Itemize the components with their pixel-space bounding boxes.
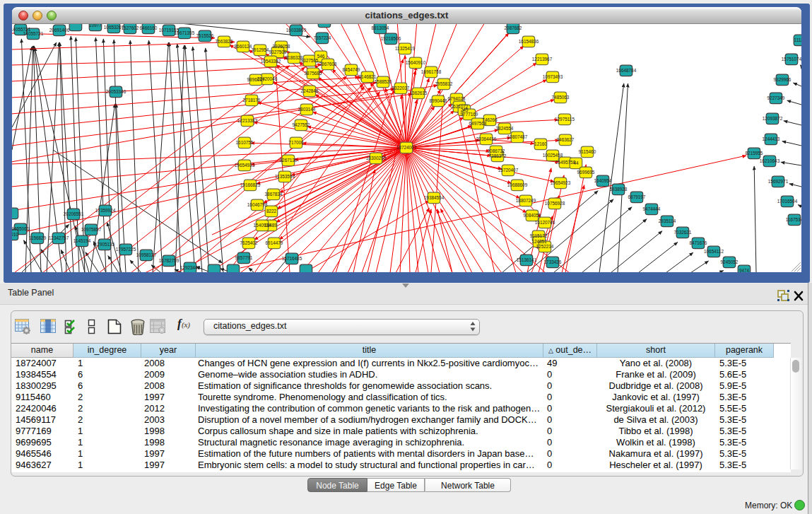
svg-text:2086732: 2086732 <box>488 148 505 153</box>
svg-text:17359924: 17359924 <box>95 208 116 213</box>
svg-text:1145194: 1145194 <box>73 238 91 243</box>
svg-text:9227349: 9227349 <box>767 95 785 100</box>
svg-text:7032621: 7032621 <box>674 230 692 235</box>
svg-text:10025458: 10025458 <box>543 153 563 158</box>
svg-text:1252214: 1252214 <box>536 244 554 249</box>
svg-text:14055721: 14055721 <box>23 31 44 36</box>
svg-text:9115172: 9115172 <box>530 233 548 238</box>
svg-text:20691406: 20691406 <box>49 28 70 33</box>
svg-text:1540934: 1540934 <box>254 223 271 228</box>
svg-text:1156829: 1156829 <box>29 235 47 240</box>
svg-text:9857791: 9857791 <box>235 255 253 260</box>
svg-text:1362615: 1362615 <box>410 90 428 95</box>
svg-text:9474: 9474 <box>739 268 750 272</box>
svg-text:15751074: 15751074 <box>782 57 801 62</box>
svg-text:7515526: 7515526 <box>196 33 214 38</box>
svg-text:6497568: 6497568 <box>469 121 487 126</box>
svg-text:16961758: 16961758 <box>421 69 442 74</box>
svg-text:19654923: 19654923 <box>551 180 571 185</box>
svg-text:2087682: 2087682 <box>505 25 522 30</box>
svg-text:9463627: 9463627 <box>557 137 575 142</box>
svg-text:16046798: 16046798 <box>247 202 268 207</box>
svg-text:16210643: 16210643 <box>760 158 780 163</box>
svg-text:2718176: 2718176 <box>243 98 261 103</box>
svg-text:9146821: 9146821 <box>359 74 377 79</box>
svg-text:16154836: 16154836 <box>519 39 539 44</box>
svg-text:12342757: 12342757 <box>49 235 69 240</box>
svg-text:2242848: 2242848 <box>301 88 319 93</box>
svg-text:19166825: 19166825 <box>240 182 261 187</box>
svg-text:12213383: 12213383 <box>237 118 258 123</box>
svg-text:7386372: 7386372 <box>489 153 507 158</box>
svg-text:15495758: 15495758 <box>555 160 576 165</box>
svg-text:15720407: 15720407 <box>498 168 519 173</box>
svg-text:6914479: 6914479 <box>266 240 283 245</box>
svg-text:7357224: 7357224 <box>314 35 331 40</box>
svg-text:8454749: 8454749 <box>343 67 360 72</box>
svg-text:12923448: 12923448 <box>180 265 201 270</box>
svg-text:12093872: 12093872 <box>763 116 783 121</box>
svg-text:8660124: 8660124 <box>235 44 252 49</box>
svg-text:10973493: 10973493 <box>543 74 563 79</box>
svg-text:9474444: 9474444 <box>643 206 661 211</box>
svg-text:3912954: 3912954 <box>252 47 269 52</box>
svg-text:11124: 11124 <box>794 37 801 42</box>
svg-text:8322037: 8322037 <box>392 86 410 90</box>
svg-text:10958137: 10958137 <box>136 252 157 257</box>
svg-text:6879197: 6879197 <box>628 194 646 199</box>
svg-text:10654112: 10654112 <box>704 249 724 254</box>
svg-text:17016504: 17016504 <box>777 199 798 204</box>
svg-text:10756928: 10756928 <box>545 201 565 206</box>
svg-text:124851: 124851 <box>531 239 547 244</box>
svg-text:1610755: 1610755 <box>236 140 254 145</box>
svg-text:12905135: 12905135 <box>95 242 115 247</box>
svg-text:18807249: 18807249 <box>516 198 536 203</box>
svg-text:16671355: 16671355 <box>175 30 195 35</box>
svg-text:5938928: 5938928 <box>610 187 628 192</box>
svg-text:17957225: 17957225 <box>116 247 136 252</box>
svg-text:8222: 8222 <box>266 209 277 214</box>
svg-text:6794028: 6794028 <box>448 96 466 101</box>
svg-text:10543382: 10543382 <box>261 59 281 64</box>
svg-text:2803144: 2803144 <box>298 107 316 112</box>
svg-text:9245052: 9245052 <box>721 259 739 264</box>
svg-text:9427552: 9427552 <box>293 122 310 127</box>
svg-text:2867608: 2867608 <box>319 62 337 66</box>
svg-text:7625402: 7625402 <box>240 240 258 245</box>
svg-text:8471676: 8471676 <box>690 240 707 245</box>
svg-text:9329966: 9329966 <box>774 77 792 82</box>
svg-text:16782759: 16782759 <box>159 258 180 263</box>
svg-text:12213967: 12213967 <box>532 57 553 62</box>
svg-text:3867834: 3867834 <box>265 192 283 197</box>
svg-text:1655061: 1655061 <box>12 226 30 231</box>
svg-text:16033809: 16033809 <box>286 28 307 33</box>
svg-text:15136141: 15136141 <box>517 257 537 262</box>
svg-text:9327509: 9327509 <box>269 49 287 54</box>
svg-text:1167534: 1167534 <box>786 217 801 222</box>
svg-text:3875685: 3875685 <box>305 71 322 76</box>
svg-text:20206551: 20206551 <box>64 211 84 216</box>
svg-text:3226058: 3226058 <box>273 44 290 49</box>
svg-text:9699695: 9699695 <box>577 170 595 175</box>
svg-text:12975115: 12975115 <box>555 117 575 122</box>
svg-text:8267130: 8267130 <box>280 158 298 163</box>
svg-text:1527602: 1527602 <box>122 25 139 30</box>
svg-text:1244413: 1244413 <box>763 136 780 141</box>
svg-text:546: 546 <box>317 54 325 59</box>
svg-text:11353594: 11353594 <box>275 174 295 179</box>
svg-text:2935114: 2935114 <box>659 218 676 223</box>
svg-text:9896017: 9896017 <box>247 77 265 82</box>
svg-text:11325419: 11325419 <box>395 46 415 51</box>
svg-text:1640954: 1640954 <box>594 178 612 183</box>
svg-text:7485063: 7485063 <box>552 95 570 100</box>
svg-text:15640910: 15640910 <box>406 60 426 65</box>
svg-text:3824554: 3824554 <box>496 126 514 131</box>
svg-text:15716485: 15716485 <box>282 256 302 261</box>
svg-text:9115460: 9115460 <box>579 149 596 154</box>
svg-text:19654933: 19654933 <box>235 163 255 168</box>
svg-text:12160: 12160 <box>534 141 547 146</box>
svg-text:19218506: 19218506 <box>381 36 401 41</box>
svg-text:8990448: 8990448 <box>430 98 447 103</box>
svg-text:18300295: 18300295 <box>366 156 387 160</box>
svg-text:10688609: 10688609 <box>507 182 528 187</box>
